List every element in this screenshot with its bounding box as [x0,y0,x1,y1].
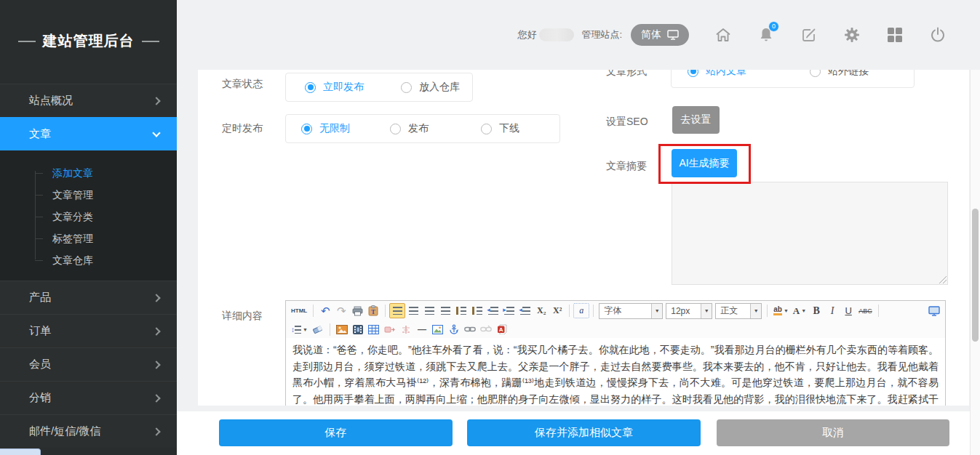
italic-button[interactable]: I [824,303,840,318]
chevron-right-icon [152,361,160,369]
align-right-button[interactable] [421,303,437,318]
app-logo: 建站管理后台 [0,0,177,82]
insert-link-button[interactable] [462,322,478,337]
underline-button[interactable]: U [840,303,856,318]
submenu-item-article-category[interactable]: 文章分类 [0,206,177,227]
page-scrollbar-track[interactable] [970,70,980,455]
import-word-button[interactable]: A [494,322,510,337]
power-icon [929,26,947,44]
radio-internal-article[interactable]: 站内文章 [688,70,746,78]
settings-button[interactable] [842,25,861,44]
remove-link-button[interactable] [478,322,494,337]
textarea-resize-handle[interactable] [939,276,947,283]
sidebar-item-site-overview[interactable]: 站点概况 [0,84,177,117]
sidebar-item-articles[interactable]: 文章 [0,117,177,150]
paragraph-format-select[interactable]: 正文 ▼ [715,303,762,319]
page-break-button[interactable] [382,322,398,337]
logo-dash-right [142,41,159,42]
font-size-value: 12px [666,306,701,316]
fullscreen-button[interactable] [926,303,942,318]
logout-button[interactable] [928,25,947,44]
chevron-right-icon [152,427,160,435]
toolbar-separator [767,305,768,317]
notification-badge: 0 [768,21,779,32]
line-height-button[interactable]: ↕ ▼ [289,322,310,337]
sidebar-item-orders[interactable]: 订单 [0,314,177,347]
submenu-item-tag-manage[interactable]: 标签管理 [0,227,177,249]
insert-table-button[interactable] [366,322,382,337]
submenu-item-article-manage[interactable]: 文章管理 [0,184,177,206]
print-button[interactable] [349,303,365,318]
font-color-button[interactable]: A ▼ [791,303,808,318]
remove-format-button[interactable] [310,322,326,337]
radio-no-limit[interactable]: 无限制 [301,122,350,135]
strikethrough-button[interactable]: ABC [856,303,875,318]
sidebar-item-members[interactable]: 会员 [0,347,177,381]
insert-video-button[interactable] [350,322,366,337]
first-line-indent-button[interactable] [485,303,501,318]
align-left-button[interactable] [389,303,405,318]
home-button[interactable] [714,25,733,44]
radio-publish-time[interactable]: 发布 [390,122,429,135]
page-break-icon [384,325,395,334]
image-map-button[interactable] [430,322,446,337]
align-justify-button[interactable] [437,303,453,318]
apps-button[interactable] [885,25,904,44]
toolbar-separator [593,305,594,317]
font-size-select[interactable]: 12px ▼ [666,303,712,319]
superscript-button[interactable]: X² [549,303,565,318]
indent-increase-button[interactable] [501,303,517,318]
insert-image-button[interactable] [334,322,350,337]
sidebar-item-label: 邮件/短信/微信 [29,424,154,438]
summary-textarea[interactable] [672,182,948,285]
language-label: 简体 [641,28,661,41]
ordered-list-button[interactable] [453,303,469,318]
submenu-item-add-article[interactable]: 添加文章 [0,162,177,184]
logo-dash-left [18,41,36,42]
html-source-button[interactable]: HTML [289,303,309,318]
ai-generate-summary-button[interactable]: AI生成摘要 [672,149,737,177]
split-section-icon [401,325,411,334]
horizontal-rule-button[interactable]: — [414,322,430,337]
special-char-button[interactable]: a [573,303,589,318]
anchor-button[interactable] [446,322,462,337]
highlight-color-button[interactable]: ab ▼ [771,303,791,318]
font-family-select[interactable]: 字体 ▼ [599,303,663,319]
submenu-item-label: 文章仓库 [52,254,93,266]
submenu-item-article-warehouse[interactable]: 文章仓库 [0,249,177,271]
undo-button[interactable]: ↶ [317,303,333,318]
subscript-button[interactable]: X₂ [533,303,549,318]
save-button[interactable]: 保存 [219,419,453,446]
save-and-add-similar-button[interactable]: 保存并添加相似文章 [467,419,701,446]
radio-external-link[interactable]: 站外链接 [810,70,869,78]
sidebar-item-mail-sms-wechat[interactable]: 邮件/短信/微信 [0,414,177,448]
sidebar-item-distribution[interactable]: 分销 [0,381,177,414]
align-center-button[interactable] [405,303,421,318]
grid-icon [887,27,903,43]
manage-site-label: 管理站点: [581,28,622,41]
cancel-button[interactable]: 取消 [717,419,949,446]
bold-button[interactable]: B [808,303,824,318]
unordered-list-button[interactable] [469,303,485,318]
app-title: 建站管理后台 [43,31,135,51]
split-section-button[interactable] [398,322,414,337]
radio-label: 下线 [499,122,519,135]
language-preview-button[interactable]: 简体 [631,24,689,46]
indent-decrease-button[interactable] [517,303,533,318]
notifications-button[interactable]: 0 [757,25,776,44]
caret-down-icon: ▼ [303,327,308,332]
word-doc-icon: A [497,324,507,334]
radio-to-warehouse[interactable]: 放入仓库 [401,81,460,94]
editor-content[interactable]: 我说道：“爸爸，你走吧。”他往车外看了看，说：“我买几个橘子去。你就在此地，不要… [286,338,945,406]
seo-settings-button[interactable]: 去设置 [672,106,720,134]
paste-text-button[interactable]: T [365,303,381,318]
edit-site-button[interactable] [800,25,818,44]
radio-publish-now[interactable]: 立即发布 [305,81,364,94]
radio-selected-icon [305,82,316,93]
page-scrollbar-thumb[interactable] [972,209,979,342]
radio-offline-time[interactable]: 下线 [481,122,519,135]
sidebar-item-products[interactable]: 产品 [0,281,177,314]
summary-label: 文章摘要 [606,160,647,173]
redo-button[interactable]: ↷ [333,303,349,318]
radio-unselected-icon [390,124,401,134]
